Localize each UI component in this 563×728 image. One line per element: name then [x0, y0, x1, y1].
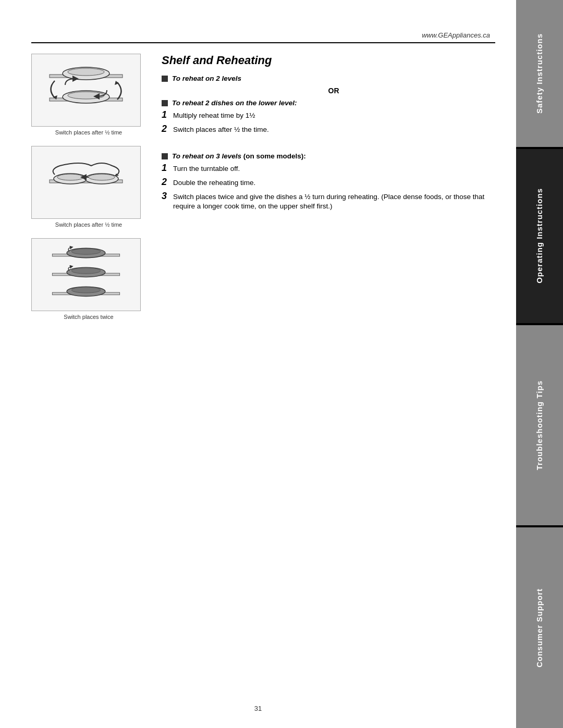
sidebar: Safety Instructions Operating Instructio… — [516, 0, 563, 728]
images-column: Switch places after ½ time — [31, 54, 146, 330]
image-box-3 — [31, 238, 141, 311]
step-number-4: 2 — [162, 177, 173, 188]
bullet-2-heading: To reheat 2 dishes on the lower level: — [162, 99, 495, 107]
image-block-3: Switch places twice — [31, 238, 146, 320]
bullet2-text: To reheat 2 dishes on the lower level: — [172, 99, 297, 107]
bullet-square-3 — [162, 153, 168, 159]
sidebar-troubleshooting-label: Troubleshooting Tips — [532, 375, 547, 475]
image-box-1 — [31, 54, 141, 127]
sidebar-safety-label: Safety Instructions — [532, 28, 547, 119]
website-text: www.GEAppliances.ca — [422, 31, 490, 39]
bullet3-suffix: (on some models): — [241, 152, 306, 160]
or-text: OR — [172, 87, 495, 95]
sidebar-operating-label: Operating Instructions — [532, 183, 547, 289]
sidebar-safety: Safety Instructions — [516, 0, 563, 147]
image-block-2: Switch places after ½ time — [31, 146, 146, 228]
content-layout: Switch places after ½ time — [31, 54, 495, 330]
step2-text: Switch places after ½ the time. — [173, 125, 495, 135]
illustration-3 — [39, 243, 133, 306]
svg-point-5 — [68, 92, 104, 99]
section-gap — [162, 139, 495, 152]
step-5: 3 Switch places twice and give the dishe… — [162, 192, 495, 212]
bullet-square-2 — [162, 100, 168, 106]
image3-caption: Switch places twice — [31, 314, 146, 320]
illustration-1 — [39, 59, 133, 121]
svg-point-19 — [71, 287, 100, 293]
svg-point-8 — [57, 174, 83, 180]
step1-text: Multiply reheat time by 1½ — [173, 111, 495, 121]
sidebar-operating: Operating Instructions — [516, 149, 563, 323]
bullet1-italic: To reheat on 2 levels — [172, 75, 241, 82]
step-number-5: 3 — [162, 191, 173, 202]
svg-point-17 — [71, 268, 100, 274]
step4-text: Double the reheating time. — [173, 178, 495, 188]
bullet3-text: To reheat on 3 levels (on some models): — [172, 152, 306, 160]
image1-caption: Switch places after ½ time — [31, 129, 146, 135]
page-number: 31 — [254, 705, 262, 712]
sidebar-troubleshooting: Troubleshooting Tips — [516, 325, 563, 526]
svg-point-10 — [89, 174, 115, 180]
step5-text: Switch places twice and give the dishes … — [173, 192, 495, 212]
bullet-1-heading: To reheat on 2 levels — [162, 75, 495, 82]
image2-caption: Switch places after ½ time — [31, 221, 146, 228]
bullet1-text: To reheat on 2 levels — [172, 75, 241, 82]
step-number-2: 2 — [162, 124, 173, 134]
bullet-3-heading: To reheat on 3 levels (on some models): — [162, 152, 495, 160]
main-content: www.GEAppliances.ca — [0, 0, 516, 728]
step-1: 1 Multiply reheat time by 1½ — [162, 111, 495, 121]
section-title: Shelf and Reheating — [162, 54, 495, 67]
image-block-1: Switch places after ½ time — [31, 54, 146, 135]
bullet-square-1 — [162, 76, 168, 82]
step3-text: Turn the turntable off. — [173, 164, 495, 174]
text-column: Shelf and Reheating To reheat on 2 level… — [162, 54, 495, 330]
step-3: 1 Turn the turntable off. — [162, 164, 495, 174]
step-4: 2 Double the reheating time. — [162, 178, 495, 188]
top-rule — [31, 42, 495, 43]
illustration-2 — [39, 151, 133, 214]
bullet3-prefix: To reheat on 3 levels — [172, 152, 241, 160]
website-url: www.GEAppliances.ca — [31, 31, 495, 39]
step-number-1: 1 — [162, 110, 173, 120]
sidebar-consumer-label: Consumer Support — [532, 583, 547, 673]
image-box-2 — [31, 146, 141, 219]
step-2: 2 Switch places after ½ the time. — [162, 125, 495, 135]
sidebar-consumer: Consumer Support — [516, 527, 563, 728]
step-number-3: 1 — [162, 163, 173, 174]
svg-point-15 — [71, 249, 100, 254]
svg-point-3 — [68, 68, 104, 76]
